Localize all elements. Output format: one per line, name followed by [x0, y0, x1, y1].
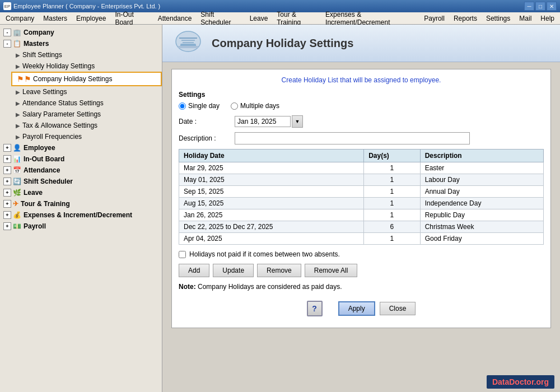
crud-buttons: Add Update Remove Remove All	[179, 264, 544, 277]
cell-description: Good Friday	[420, 233, 543, 245]
cell-description: Christmas Week	[420, 221, 543, 233]
menu-attendance[interactable]: Attendance	[153, 13, 197, 24]
sidebar-item-tax-allowance[interactable]: ▶ Tax & Allowance Settings	[11, 120, 162, 131]
menu-employee[interactable]: Employee	[72, 13, 110, 24]
menu-mail[interactable]: Mail	[515, 13, 536, 24]
shift-expand[interactable]: +	[3, 178, 11, 185]
date-picker-button[interactable]: ▼	[292, 115, 303, 128]
minimize-button[interactable]: ─	[524, 2, 534, 11]
cell-date: Jan 26, 2025	[179, 209, 364, 221]
menu-settings[interactable]: Settings	[482, 13, 515, 24]
inout-expand[interactable]: +	[3, 155, 11, 163]
watermark: DataDoctor.org	[487, 375, 554, 389]
note-row: Note: Company Holidays are considered as…	[179, 283, 544, 291]
arrow-icon: ▶	[16, 111, 20, 118]
arrow-icon: ▶	[16, 134, 20, 140]
employee-expand[interactable]: +	[3, 144, 11, 152]
cell-date: Sep 15, 2025	[179, 186, 364, 198]
description-label: Description :	[179, 134, 235, 142]
add-button[interactable]: Add	[179, 264, 209, 277]
sidebar-company[interactable]: - 🏢 Company	[0, 27, 162, 38]
table-row[interactable]: Jan 26, 2025 1 Republic Day	[179, 209, 544, 221]
sidebar-employee[interactable]: + 👤 Employee	[0, 142, 162, 153]
col-description: Description	[420, 150, 543, 162]
col-holiday-date: Holiday Date	[179, 150, 364, 162]
sidebar-item-attendance-status[interactable]: ▶ Attendance Status Settings	[11, 97, 162, 109]
sidebar-attendance[interactable]: + 📅 Attendance	[0, 165, 162, 176]
unpaid-checkbox[interactable]	[179, 251, 186, 258]
arrow-icon: ▶	[16, 123, 20, 129]
sidebar-item-salary-param[interactable]: ▶ Salary Parameter Settings	[11, 109, 162, 120]
sidebar-masters[interactable]: - 📋 Masters	[0, 38, 162, 49]
svg-point-0	[176, 31, 200, 52]
table-row[interactable]: Sep 15, 2025 1 Annual Day	[179, 186, 544, 198]
sidebar: - 🏢 Company - 📋 Masters ▶ Shift Settings…	[0, 25, 162, 392]
cell-date: Mar 29, 2025	[179, 162, 364, 174]
sidebar-expenses[interactable]: + 💰 Expenses & Increment/Decrement	[0, 209, 162, 221]
maximize-button[interactable]: □	[535, 2, 545, 11]
remove-all-button[interactable]: Remove All	[305, 264, 358, 277]
description-input[interactable]	[235, 132, 470, 144]
menu-company[interactable]: Company	[1, 13, 39, 24]
sidebar-item-company-holiday[interactable]: ⚑⚑ Company Holiday Settings	[11, 72, 162, 86]
date-input[interactable]	[235, 116, 291, 127]
table-row[interactable]: May 01, 2025 1 Labour Day	[179, 174, 544, 186]
cell-days: 1	[364, 174, 420, 186]
sidebar-leave[interactable]: + 🌿 Leave	[0, 187, 162, 198]
sidebar-shift-scheduler[interactable]: + 🔄 Shift Scheduler	[0, 176, 162, 187]
cell-date: Aug 15, 2025	[179, 198, 364, 209]
menu-masters[interactable]: Masters	[39, 13, 72, 24]
sidebar-item-shift-settings[interactable]: ▶ Shift Settings	[11, 49, 162, 60]
info-text: Create Holiday List that will be assigne…	[179, 76, 544, 84]
sidebar-item-leave-settings[interactable]: ▶ Leave Settings	[11, 86, 162, 97]
content-area: Company Holiday Settings Create Holiday …	[162, 25, 560, 392]
table-row[interactable]: Aug 15, 2025 1 Independence Day	[179, 198, 544, 209]
description-field-row: Description :	[179, 132, 544, 144]
sidebar-item-weekly-holiday[interactable]: ▶ Weekly Holiday Settings	[11, 60, 162, 72]
help-button[interactable]: ?	[307, 301, 323, 316]
menu-reports[interactable]: Reports	[449, 13, 482, 24]
table-row[interactable]: Apr 04, 2025 1 Good Friday	[179, 233, 544, 245]
sidebar-payroll[interactable]: + 💵 Payroll	[0, 221, 162, 232]
multiple-days-radio[interactable]	[231, 102, 238, 110]
leave-expand[interactable]: +	[3, 189, 11, 197]
masters-expand[interactable]: -	[3, 40, 11, 48]
svg-rect-2	[178, 46, 198, 48]
cell-days: 1	[364, 186, 420, 198]
date-label: Date :	[179, 118, 235, 125]
cell-days: 1	[364, 162, 420, 174]
arrow-icon: ▶	[16, 100, 20, 106]
menu-leave[interactable]: Leave	[245, 13, 273, 24]
multiple-days-option[interactable]: Multiple days	[231, 102, 279, 110]
cell-date: Apr 04, 2025	[179, 233, 364, 245]
payroll-expand[interactable]: +	[3, 222, 11, 230]
table-row[interactable]: Mar 29, 2025 1 Easter	[179, 162, 544, 174]
cell-description: Republic Day	[420, 209, 543, 221]
sidebar-inout[interactable]: + 📊 In-Out Board	[0, 153, 162, 165]
content-header: Company Holiday Settings	[162, 25, 560, 62]
sidebar-tour[interactable]: + ✈ Tour & Training	[0, 198, 162, 209]
table-row[interactable]: Dec 22, 2025 to Dec 27, 2025 6 Christmas…	[179, 221, 544, 233]
apply-button[interactable]: Apply	[338, 301, 375, 316]
company-expand[interactable]: -	[3, 29, 11, 36]
menu-payroll[interactable]: Payroll	[419, 13, 449, 24]
header-icon	[171, 29, 205, 57]
tour-expand[interactable]: +	[3, 200, 11, 208]
close-button[interactable]: ✕	[547, 2, 557, 11]
attendance-expand[interactable]: +	[3, 166, 11, 174]
sidebar-item-payroll-freq[interactable]: ▶ Payroll Frequencies	[11, 131, 162, 142]
menu-help[interactable]: Help	[536, 13, 559, 24]
bottom-actions: ? Apply Close	[179, 296, 544, 321]
remove-button[interactable]: Remove	[257, 264, 301, 277]
close-button[interactable]: Close	[380, 302, 416, 315]
arrow-icon: ▶	[16, 89, 20, 95]
single-day-option[interactable]: Single day	[179, 102, 220, 110]
form-container: Create Holiday List that will be assigne…	[171, 69, 551, 328]
single-day-radio[interactable]	[179, 102, 186, 110]
menu-bar: Company Masters Employee In-Out Board At…	[0, 12, 560, 25]
app-icon: EP	[3, 2, 11, 10]
expenses-expand[interactable]: +	[3, 211, 11, 219]
window-title: Employee Planner ( Company - Enterprises…	[13, 3, 160, 10]
cell-description: Easter	[420, 162, 543, 174]
update-button[interactable]: Update	[213, 264, 254, 277]
